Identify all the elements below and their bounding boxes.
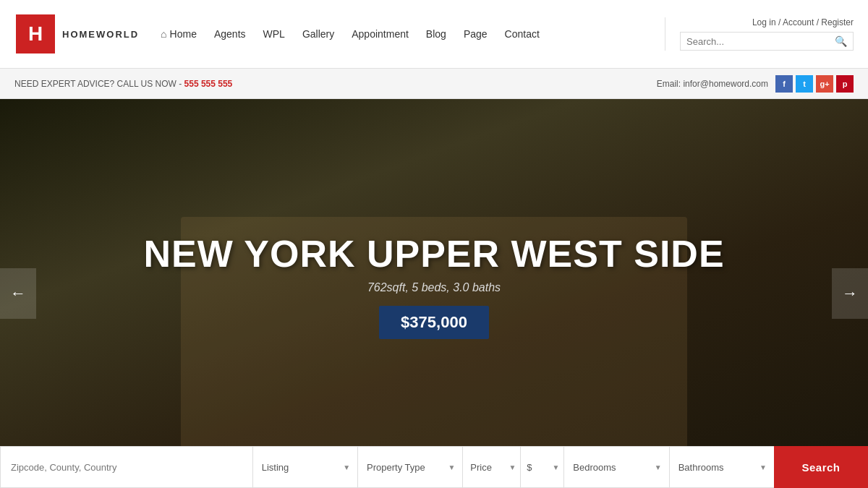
search-button[interactable]: Search — [774, 446, 868, 488]
facebook-icon[interactable]: f — [775, 75, 793, 93]
nav-page[interactable]: Page — [464, 28, 488, 40]
top-right: Log in / Account / Register 🔍 — [665, 17, 854, 51]
nav-contact[interactable]: Contact — [505, 28, 540, 40]
hero-title: NEW YORK UPPER WEST SIDE — [143, 234, 724, 275]
nav-agents[interactable]: Agents — [214, 28, 246, 40]
info-right: Email: infor@homeword.com f t g+ p — [657, 75, 854, 93]
location-input[interactable] — [0, 446, 252, 488]
phone-number[interactable]: 555 555 555 — [184, 79, 233, 89]
twitter-icon[interactable]: t — [796, 75, 813, 93]
price-select-wrap: Price Any ▼ — [462, 446, 520, 488]
nav-gallery[interactable]: Gallery — [302, 28, 334, 40]
auth-text[interactable]: Log in / Account / Register — [752, 17, 854, 27]
nav-wpl[interactable]: WPL — [263, 28, 285, 40]
social-icons: f t g+ p — [775, 75, 854, 93]
email-address[interactable]: infor@homeword.com — [683, 79, 768, 89]
nav-home[interactable]: ⌂ Home — [161, 28, 197, 40]
info-left: NEED EXPERT ADVICE? CALL US NOW - 555 55… — [14, 79, 232, 89]
currency-select-wrap: $ € £ ▼ — [520, 446, 563, 488]
listing-select-wrap: Listing For Sale For Rent ▼ — [252, 446, 357, 488]
hero-price[interactable]: $375,000 — [379, 306, 489, 339]
auth-links: Log in / Account / Register — [752, 17, 854, 27]
currency-select[interactable]: $ € £ — [520, 446, 563, 488]
email-label: Email: infor@homeword.com — [657, 79, 768, 89]
hero-arrow-right[interactable]: → — [832, 268, 868, 319]
header-search-input[interactable] — [686, 36, 835, 47]
listing-select[interactable]: Listing For Sale For Rent — [252, 446, 357, 488]
bathrooms-select-wrap: Bathrooms 1 2 3 4+ ▼ — [669, 446, 774, 488]
hero-content: NEW YORK UPPER WEST SIDE 762sqft, 5 beds… — [143, 234, 724, 338]
bedrooms-select[interactable]: Bedrooms 1 2 3 4 5+ — [563, 446, 668, 488]
home-icon: ⌂ — [161, 28, 166, 40]
property-search-bar: Listing For Sale For Rent ▼ Property Typ… — [0, 446, 868, 488]
main-nav: ⌂ Home Agents WPL Gallery Appointment Bl… — [139, 28, 665, 40]
header-search-button[interactable]: 🔍 — [835, 35, 847, 47]
googleplus-icon[interactable]: g+ — [816, 75, 833, 93]
nav-blog[interactable]: Blog — [426, 28, 446, 40]
top-bar: H HOMEWORLD ⌂ Home Agents WPL Gallery Ap… — [0, 0, 868, 69]
logo-area: H HOMEWORLD — [14, 13, 139, 55]
info-bar: NEED EXPERT ADVICE? CALL US NOW - 555 55… — [0, 69, 868, 99]
property-type-select-wrap: Property Type House Apartment Condo Comm… — [357, 446, 462, 488]
hero-section: ← NEW YORK UPPER WEST SIDE 762sqft, 5 be… — [0, 99, 868, 488]
nav-appointment[interactable]: Appointment — [352, 28, 409, 40]
pinterest-icon[interactable]: p — [836, 75, 854, 93]
property-type-select[interactable]: Property Type House Apartment Condo Comm… — [357, 446, 462, 488]
price-select[interactable]: Price Any — [462, 446, 520, 488]
hero-arrow-left[interactable]: ← — [0, 268, 36, 319]
header-search-bar: 🔍 — [680, 32, 854, 51]
logo-text: HOMEWORLD — [62, 29, 139, 40]
bedrooms-select-wrap: Bedrooms 1 2 3 4 5+ ▼ — [563, 446, 668, 488]
hero-subtitle: 762sqft, 5 beds, 3.0 baths — [143, 281, 724, 294]
bathrooms-select[interactable]: Bathrooms 1 2 3 4+ — [669, 446, 774, 488]
logo-icon[interactable]: H — [14, 13, 56, 55]
